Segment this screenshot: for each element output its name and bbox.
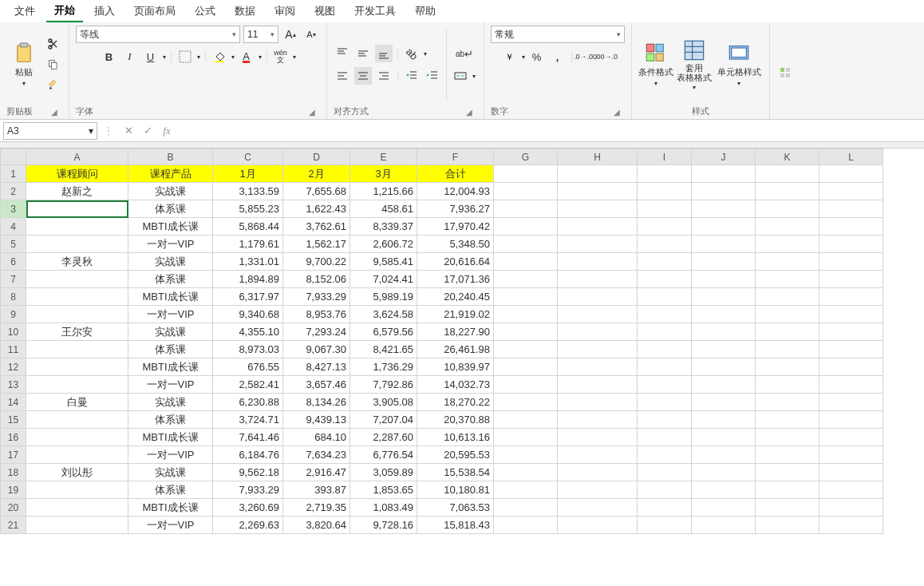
cell-D2[interactable]: 7,655.68	[283, 183, 350, 200]
col-header-K[interactable]: K	[756, 149, 819, 165]
cell-C14[interactable]: 6,230.88	[213, 394, 283, 411]
cell-D15[interactable]: 9,439.13	[283, 411, 350, 429]
cell-C5[interactable]: 1,179.61	[213, 236, 283, 253]
cell-E15[interactable]: 7,207.04	[350, 411, 417, 429]
format-as-table-button[interactable]: 套用 表格格式▾	[677, 37, 712, 93]
cell-J6[interactable]	[692, 253, 756, 271]
cell-D12[interactable]: 8,427.13	[283, 358, 350, 376]
cell-K12[interactable]	[756, 358, 819, 376]
cell-J7[interactable]	[692, 271, 756, 288]
cell-K1[interactable]	[756, 165, 819, 183]
cell-A18[interactable]: 刘以彤	[26, 464, 128, 481]
cell-J12[interactable]	[692, 358, 756, 376]
cell-D11[interactable]: 9,067.30	[283, 341, 350, 358]
cell-H8[interactable]	[558, 288, 638, 306]
cell-F9[interactable]: 21,919.02	[417, 306, 494, 323]
cell-I15[interactable]	[638, 411, 692, 429]
alignment-dialog-launcher[interactable]: ◢	[466, 108, 477, 119]
cell-L12[interactable]	[819, 358, 883, 376]
cell-I10[interactable]	[638, 323, 692, 341]
cell-F12[interactable]: 10,839.97	[417, 358, 494, 376]
decrease-decimal-button[interactable]: .00→.0	[598, 48, 615, 65]
cell-C9[interactable]: 9,340.68	[213, 306, 283, 323]
cancel-formula-button[interactable]: ✕	[120, 122, 137, 140]
menu-item-6[interactable]: 审阅	[267, 1, 303, 22]
accounting-format-button[interactable]: ￥	[501, 48, 519, 65]
cell-E3[interactable]: 458.61	[350, 200, 417, 218]
row-header-18[interactable]: 18	[1, 464, 26, 481]
increase-font-button[interactable]: A▴	[282, 26, 299, 43]
cell-C21[interactable]: 2,269.63	[213, 517, 283, 534]
cell-K6[interactable]	[756, 253, 819, 271]
cell-I6[interactable]	[638, 253, 692, 271]
cell-L8[interactable]	[819, 288, 883, 306]
cell-J9[interactable]	[692, 306, 756, 323]
align-center-button[interactable]	[354, 67, 372, 85]
cell-B21[interactable]: 一对一VIP	[128, 517, 213, 534]
underline-button[interactable]: U	[142, 48, 160, 65]
cell-D5[interactable]: 1,562.17	[283, 236, 350, 253]
cell-E4[interactable]: 8,339.37	[350, 218, 417, 236]
cell-D18[interactable]: 2,916.47	[283, 464, 350, 481]
row-header-1[interactable]: 1	[1, 165, 26, 183]
align-middle-button[interactable]	[354, 45, 372, 62]
cell-E18[interactable]: 3,059.89	[350, 464, 417, 481]
cell-A4[interactable]	[26, 218, 128, 236]
cell-C20[interactable]: 3,260.69	[213, 499, 283, 517]
cell-E8[interactable]: 5,989.19	[350, 288, 417, 306]
menu-item-5[interactable]: 数据	[227, 1, 263, 22]
cell-D7[interactable]: 8,152.06	[283, 271, 350, 288]
row-header-5[interactable]: 5	[1, 236, 26, 253]
cell-G16[interactable]	[494, 429, 558, 446]
cell-J18[interactable]	[692, 464, 756, 481]
row-header-6[interactable]: 6	[1, 253, 26, 271]
number-dialog-launcher[interactable]: ◢	[614, 108, 625, 119]
cell-B2[interactable]: 实战课	[128, 183, 213, 200]
cell-A16[interactable]	[26, 429, 128, 446]
border-dropdown[interactable]: ▾	[197, 53, 200, 61]
col-header-D[interactable]: D	[283, 149, 350, 165]
cell-J21[interactable]	[692, 517, 756, 534]
cell-L16[interactable]	[819, 429, 883, 446]
merge-dropdown[interactable]: ▾	[472, 73, 476, 80]
cell-G5[interactable]	[494, 236, 558, 253]
accounting-dropdown[interactable]: ▾	[522, 53, 525, 61]
cell-F20[interactable]: 7,063.53	[417, 499, 494, 517]
cell-H6[interactable]	[558, 253, 638, 271]
cell-A15[interactable]	[26, 411, 128, 429]
cell-G9[interactable]	[494, 306, 558, 323]
cell-C19[interactable]: 7,933.29	[213, 481, 283, 499]
row-header-10[interactable]: 10	[1, 323, 26, 341]
cell-F17[interactable]: 20,595.53	[417, 446, 494, 464]
cell-K17[interactable]	[756, 446, 819, 464]
cell-I17[interactable]	[638, 446, 692, 464]
cell-I21[interactable]	[638, 517, 692, 534]
cell-D6[interactable]: 9,700.22	[283, 253, 350, 271]
row-header-12[interactable]: 12	[1, 358, 26, 376]
cell-A20[interactable]	[26, 499, 128, 517]
menu-item-7[interactable]: 视图	[306, 1, 343, 22]
conditional-format-button[interactable]: 条件格式▾	[638, 37, 673, 93]
cell-B20[interactable]: MBTI成长课	[128, 499, 213, 517]
cell-H19[interactable]	[558, 481, 638, 499]
cell-C16[interactable]: 7,641.46	[213, 429, 283, 446]
cell-G8[interactable]	[494, 288, 558, 306]
cell-H7[interactable]	[558, 271, 638, 288]
cell-C10[interactable]: 4,355.10	[213, 323, 283, 341]
cell-A6[interactable]: 李灵秋	[26, 253, 128, 271]
col-header-H[interactable]: H	[558, 149, 638, 165]
cell-I1[interactable]	[638, 165, 692, 183]
orientation-dropdown[interactable]: ▾	[424, 50, 427, 57]
cell-I20[interactable]	[638, 499, 692, 517]
cell-F1[interactable]: 合计	[417, 165, 494, 183]
row-header-13[interactable]: 13	[1, 376, 26, 394]
cell-J17[interactable]	[692, 446, 756, 464]
cell-E17[interactable]: 6,776.54	[350, 446, 417, 464]
cell-K8[interactable]	[756, 288, 819, 306]
cell-J20[interactable]	[692, 499, 756, 517]
cell-G17[interactable]	[494, 446, 558, 464]
comma-button[interactable]: ,	[549, 48, 567, 65]
cell-E7[interactable]: 7,024.41	[350, 271, 417, 288]
cell-D16[interactable]: 684.10	[283, 429, 350, 446]
clipboard-dialog-launcher[interactable]: ◢	[51, 108, 62, 119]
